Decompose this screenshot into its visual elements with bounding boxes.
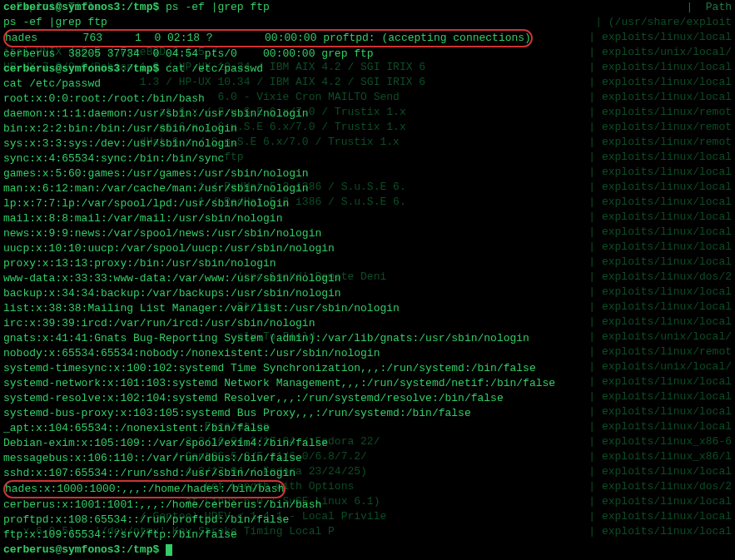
- terminal-line: irc:x:39:39:ircd:/var/run/ircd:/usr/sbin…: [3, 316, 732, 331]
- terminal-line: _apt:x:104:65534::/nonexistent:/bin/fals…: [3, 421, 732, 436]
- terminal-line: sys:x:3:3:sys:/dev:/usr/sbin/nologin: [3, 136, 732, 151]
- terminal-line: systemd-bus-proxy:x:103:105:systemd Bus …: [3, 406, 732, 421]
- terminal-line: gnats:x:41:41:Gnats Bug-Reporting System…: [3, 331, 732, 346]
- terminal-line: mail:x:8:8:mail:/var/mail:/usr/sbin/nolo…: [3, 211, 732, 226]
- shell-prompt: cerberus@symfonos3:/tmp$: [3, 1, 166, 13]
- terminal-line: cerberus 38205 37734 0 04:54 pts/0 00:00…: [3, 47, 732, 62]
- cursor: [166, 544, 172, 556]
- shell-prompt: cerberus@symfonos3:/tmp$: [3, 543, 166, 556]
- terminal-line: daemon:x:1:1:daemon:/usr/sbin:/usr/sbin/…: [3, 107, 732, 121]
- terminal-line: cerberus@symfonos3:/tmp$ ps -ef |grep ft…: [3, 0, 732, 15]
- command-text: cat /etc/passwd: [166, 62, 263, 75]
- terminal-line: cerberus@symfonos3:/tmp$ cat /etc/passwd: [3, 62, 732, 77]
- terminal-line: sync:x:4:65534:sync:/bin:/bin/sync: [3, 151, 732, 166]
- terminal-line: hades:x:1000:1000:,,,:/home/hades:/bin/b…: [3, 481, 732, 498]
- terminal-line: systemd-resolve:x:102:104:systemd Resolv…: [3, 391, 732, 406]
- shell-prompt: cerberus@symfonos3:/tmp$: [3, 62, 166, 75]
- terminal-output[interactable]: cerberus@symfonos3:/tmp$ ps -ef |grep ft…: [3, 0, 732, 558]
- terminal-line: hades 763 1 0 02:18 ? 00:00:00 proftpd: …: [3, 30, 732, 47]
- terminal-line: lp:x:7:7:lp:/var/spool/lpd:/usr/sbin/nol…: [3, 196, 732, 211]
- terminal-line: root:x:0:0:root:/root:/bin/bash: [3, 92, 732, 107]
- terminal-line: ftp:x:109:65534::/srv/ftp:/bin/false: [3, 528, 732, 543]
- command-text: ps -ef |grep ftp: [166, 1, 270, 13]
- terminal-line: Debian-exim:x:105:109::/var/spool/exim4:…: [3, 436, 732, 451]
- terminal-line: list:x:38:38:Mailing List Manager:/var/l…: [3, 301, 732, 316]
- terminal-line: cat /etc/passwd: [3, 77, 732, 92]
- terminal-line: systemd-network:x:101:103:systemd Networ…: [3, 376, 732, 391]
- terminal-line: ps -ef |grep ftp: [3, 15, 732, 30]
- terminal-line: backup:x:34:34:backup:/var/backups:/usr/…: [3, 286, 732, 301]
- highlighted-line: hades 763 1 0 02:18 ? 00:00:00 proftpd: …: [3, 29, 533, 47]
- terminal-line: cerberus:x:1001:1001:,,,:/home/cerberus:…: [3, 498, 732, 513]
- terminal-line: news:x:9:9:news:/var/spool/news:/usr/sbi…: [3, 226, 732, 241]
- terminal-line: proxy:x:13:13:proxy:/bin:/usr/sbin/nolog…: [3, 256, 732, 271]
- terminal-line: systemd-timesync:x:100:102:systemd Time …: [3, 361, 732, 376]
- terminal-line: uucp:x:10:10:uucp:/var/spool/uucp:/usr/s…: [3, 241, 732, 256]
- terminal-line: cerberus@symfonos3:/tmp$: [3, 543, 732, 558]
- terminal-line: nobody:x:65534:65534:nobody:/nonexistent…: [3, 346, 732, 361]
- highlighted-line: hades:x:1000:1000:,,,:/home/hades:/bin/b…: [3, 480, 286, 498]
- terminal-line: messagebus:x:106:110::/var/run/dbus:/bin…: [3, 451, 732, 466]
- terminal-line: sshd:x:107:65534::/run/sshd:/usr/sbin/no…: [3, 466, 732, 481]
- terminal-line: bin:x:2:2:bin:/bin:/usr/sbin/nologin: [3, 121, 732, 136]
- terminal-line: man:x:6:12:man:/var/cache/man:/usr/sbin/…: [3, 181, 732, 196]
- terminal-line: proftpd:x:108:65534::/run/proftpd:/bin/f…: [3, 513, 732, 528]
- terminal-line: www-data:x:33:33:www-data:/var/www:/usr/…: [3, 271, 732, 286]
- terminal-line: games:x:5:60:games:/usr/games:/usr/sbin/…: [3, 166, 732, 181]
